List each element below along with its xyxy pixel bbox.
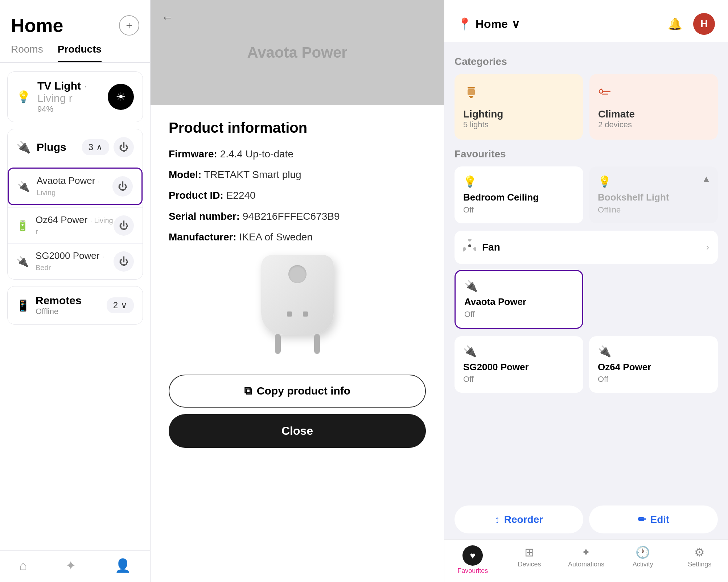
chevron-down-icon: ∨ (511, 17, 520, 31)
location-selector[interactable]: 📍 Home ∨ (457, 17, 520, 31)
home-icon: ⌂ (19, 558, 27, 573)
remotes-title: Remotes (36, 294, 101, 307)
tab-products[interactable]: Products (58, 44, 102, 62)
plug-group-icon: 🔌 (16, 140, 31, 154)
plug-icon: 🔌 (17, 181, 30, 193)
svg-rect-5 (602, 94, 608, 95)
right-bottom-nav: ♥ Favourites ⊞ Devices ✦ Automations 🕐 A… (444, 539, 728, 582)
product-image-title: Avaota Power (247, 44, 347, 61)
fan-name: Fan (482, 242, 706, 253)
right-content: Categories Lighting 5 lights (444, 42, 728, 500)
oz64-power-item[interactable]: 🔋 Oz64 Power · Living r ⏻ (8, 207, 143, 243)
lighting-icon (463, 84, 574, 103)
tv-light-brightness: 94% (37, 104, 101, 114)
avaota-plug-icon: 🔌 (464, 280, 573, 292)
remotes-status: Offline (36, 307, 101, 316)
nav-devices[interactable]: ⊞ Devices (511, 545, 548, 575)
tab-rooms[interactable]: Rooms (11, 44, 43, 62)
home-nav-item[interactable]: ⌂ (19, 558, 27, 573)
copy-product-info-button[interactable]: ⧉ Copy product info (169, 375, 426, 408)
person-nav-item[interactable]: 👤 (115, 558, 131, 573)
remote-icon: 📱 (16, 299, 30, 312)
serial-row: Serial number: 94B216FFFEC673B9 (169, 209, 426, 223)
right-header: 📍 Home ∨ 🔔 H (444, 0, 728, 42)
lighting-name: Lighting (463, 108, 574, 120)
avatar[interactable]: H (693, 13, 715, 35)
right-panel: 📍 Home ∨ 🔔 H Categories Ligh (444, 0, 728, 582)
plugs-group-card: 🔌 Plugs 3 ∧ ⏻ 🔌 Avaota Power · Living ⏻ (7, 129, 143, 280)
nav-settings-label: Settings (688, 561, 711, 568)
nav-automations[interactable]: ✦ Automations (568, 545, 604, 575)
product-image-area: ← Avaota Power (151, 0, 444, 105)
remotes-count-badge[interactable]: 2 ∨ (107, 297, 134, 313)
back-button[interactable]: ← (161, 11, 173, 24)
nav-favourites-label: Favourites (457, 567, 488, 575)
plugs-count-badge[interactable]: 3 ∧ (82, 139, 109, 155)
nav-settings[interactable]: ⚙ Settings (682, 545, 718, 575)
location-pin-icon: 📍 (457, 17, 472, 31)
oz64-icon: 🔌 (598, 345, 709, 358)
copy-icon: ⧉ (244, 385, 252, 397)
svg-rect-2 (469, 96, 473, 97)
lighting-category-card[interactable]: Lighting 5 lights (455, 74, 583, 140)
tv-light-card[interactable]: 💡 TV Light · Living r 94% ☀ (7, 71, 143, 122)
oz64-fav-card[interactable]: 🔌 Oz64 Power Off (589, 336, 718, 393)
svg-point-8 (468, 244, 471, 247)
left-header: Home ＋ (0, 0, 150, 36)
notification-bell-button[interactable]: 🔔 (664, 13, 686, 35)
manufacturer-row: Manufacturer: IKEA of Sweden (169, 230, 426, 244)
model-row: Model: TRETAKT Smart plug (169, 168, 426, 182)
avaota-power-fav-card[interactable]: 🔌 Avaota Power Off (455, 270, 583, 329)
ceiling-light-icon: 💡 (463, 175, 575, 188)
climate-icon (598, 84, 709, 103)
home-title: Home (11, 15, 63, 36)
reorder-button[interactable]: ↕ Reorder (455, 505, 583, 533)
edit-button[interactable]: ✏ Edit (589, 505, 718, 533)
remotes-card[interactable]: 📱 Remotes Offline 2 ∨ (7, 286, 143, 325)
sparkle-nav-item[interactable]: ✦ (65, 558, 76, 573)
oz64-power-button[interactable]: ⏻ (114, 215, 134, 236)
device-list: 💡 TV Light · Living r 94% ☀ 🔌 Plugs 3 ∧ … (0, 63, 150, 550)
sun-button[interactable]: ☀ (108, 84, 134, 110)
tv-light-name: TV Light · Living r (37, 80, 101, 104)
devices-icon: ⊞ (525, 545, 534, 559)
nav-automations-label: Automations (568, 561, 604, 568)
favourites-grid: 💡 Bedroom Ceiling Off ▲ 💡 Bookshelf Ligh… (455, 166, 718, 223)
sg2000-power-item[interactable]: 🔌 SG2000 Power · Bedr ⏻ (8, 243, 143, 279)
sg2000-fav-card[interactable]: 🔌 SG2000 Power Off (455, 336, 583, 393)
reorder-icon: ↕ (495, 514, 500, 525)
plug-image (169, 255, 426, 364)
avaota-power-button[interactable]: ⏻ (112, 176, 133, 197)
close-button[interactable]: Close (169, 414, 426, 448)
favourites-grid-3: 🔌 SG2000 Power Off 🔌 Oz64 Power Off (455, 336, 718, 393)
automations-icon: ✦ (581, 545, 591, 559)
categories-section-title: Categories (455, 56, 718, 67)
fan-arrow-icon: › (706, 242, 709, 252)
person-icon: 👤 (115, 558, 131, 573)
avaota-power-item[interactable]: 🔌 Avaota Power · Living ⏻ (8, 168, 143, 205)
nav-activity[interactable]: 🕐 Activity (625, 545, 661, 575)
svg-rect-0 (468, 87, 475, 88)
svg-point-9 (468, 239, 472, 242)
bedroom-ceiling-card[interactable]: 💡 Bedroom Ceiling Off (455, 166, 583, 223)
tabs-bar: Rooms Products (0, 36, 150, 63)
svg-point-11 (463, 246, 467, 252)
plug-button (288, 265, 307, 283)
fan-card[interactable]: Fan › (455, 231, 718, 264)
bookshelf-light-card[interactable]: ▲ 💡 Bookshelf Light Offline (589, 166, 718, 223)
climate-category-card[interactable]: Climate 2 devices (589, 74, 718, 140)
favourites-grid-2: 🔌 Avaota Power Off (455, 270, 718, 329)
left-bottom-nav: ⌂ ✦ 👤 (0, 550, 150, 582)
nav-favourites[interactable]: ♥ Favourites (455, 545, 491, 575)
plug-body (261, 255, 334, 335)
add-button[interactable]: ＋ (119, 15, 139, 36)
bulb-icon: 💡 (16, 90, 31, 104)
favourites-section-title: Favourites (455, 148, 718, 160)
sg2000-power-button[interactable]: ⏻ (114, 251, 134, 272)
nav-devices-label: Devices (518, 561, 541, 568)
sparkle-icon: ✦ (65, 558, 76, 573)
warning-icon: ▲ (702, 174, 711, 184)
climate-name: Climate (598, 108, 709, 120)
plugs-power-button[interactable]: ⏻ (114, 137, 134, 157)
nav-activity-label: Activity (633, 561, 653, 568)
